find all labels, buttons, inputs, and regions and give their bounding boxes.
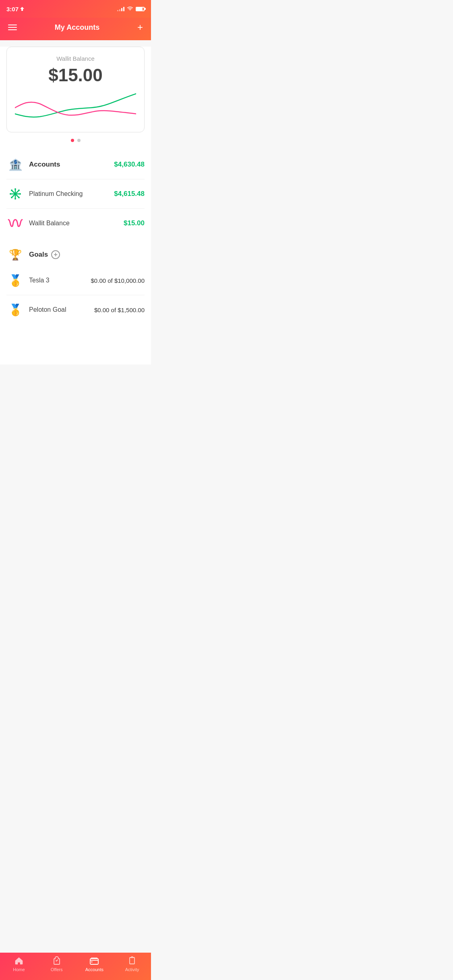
accounts-header-row[interactable]: 🏦 Accounts $4,630.48 xyxy=(6,150,145,179)
header: My Accounts + xyxy=(0,18,151,40)
goals-header: 🏆 Goals + xyxy=(0,238,151,266)
status-icons xyxy=(117,6,145,11)
dot-1[interactable] xyxy=(71,139,74,142)
time-display: 3:07 xyxy=(6,6,19,12)
svg-point-7 xyxy=(10,193,11,195)
balance-chart xyxy=(15,92,136,124)
bank-icon: 🏦 xyxy=(6,156,24,173)
wallit-balance-row[interactable]: Wallit Balance $15.00 xyxy=(6,209,145,238)
tesla-goal-amount: $0.00 of $10,000.00 xyxy=(91,277,145,284)
wallit-balance-amount: $15.00 xyxy=(124,219,145,227)
goals-section: 🥇 Tesla 3 $0.00 of $10,000.00 🥇 Peloton … xyxy=(0,266,151,324)
page-title: My Accounts xyxy=(55,23,99,32)
svg-point-8 xyxy=(19,193,21,195)
menu-button[interactable] xyxy=(8,25,17,30)
accounts-total-amount: $4,630.48 xyxy=(114,161,145,169)
peloton-medal-icon: 🥇 xyxy=(6,301,24,319)
location-icon xyxy=(20,7,24,11)
signal-icon xyxy=(117,6,124,11)
svg-point-11 xyxy=(18,189,20,191)
status-time: 3:07 xyxy=(6,6,24,12)
goals-title: Goals + xyxy=(29,250,60,259)
svg-point-10 xyxy=(18,197,20,198)
pagination-dots xyxy=(0,139,151,142)
balance-label: Wallit Balance xyxy=(15,55,136,62)
balance-amount: $15.00 xyxy=(15,65,136,85)
goals-label: Goals xyxy=(29,251,48,259)
tesla-medal-icon: 🥇 xyxy=(6,272,24,289)
wallit-logo-icon xyxy=(6,214,24,232)
trophy-icon: 🏆 xyxy=(6,246,24,264)
tesla-goal-row[interactable]: 🥇 Tesla 3 $0.00 of $10,000.00 xyxy=(6,266,145,295)
peloton-goal-row[interactable]: 🥇 Peloton Goal $0.00 of $1,500.00 xyxy=(6,295,145,324)
tesla-goal-label: Tesla 3 xyxy=(29,277,91,284)
accounts-section: 🏦 Accounts $4,630.48 xyxy=(0,150,151,238)
platinum-checking-row[interactable]: Platinum Checking $4,615.48 xyxy=(6,179,145,209)
svg-point-9 xyxy=(11,189,12,191)
battery-icon xyxy=(136,7,145,11)
platinum-checking-amount: $4,615.48 xyxy=(114,190,145,198)
wifi-icon xyxy=(127,6,133,11)
add-goal-button[interactable]: + xyxy=(51,250,60,259)
add-button[interactable]: + xyxy=(137,23,143,32)
accounts-label: Accounts xyxy=(29,161,114,169)
svg-point-12 xyxy=(11,197,12,198)
svg-marker-0 xyxy=(20,7,24,11)
peloton-goal-amount: $0.00 of $1,500.00 xyxy=(94,307,145,313)
main-content: Wallit Balance $15.00 🏦 Accounts $4,630.… xyxy=(0,47,151,364)
status-bar: 3:07 xyxy=(0,0,151,18)
platinum-checking-label: Platinum Checking xyxy=(29,190,114,198)
wallit-balance-label: Wallit Balance xyxy=(29,220,124,227)
svg-point-5 xyxy=(14,188,16,190)
balance-card: Wallit Balance $15.00 xyxy=(6,47,145,132)
dot-2[interactable] xyxy=(77,139,81,142)
svg-point-6 xyxy=(14,198,16,200)
peloton-goal-label: Peloton Goal xyxy=(29,306,94,313)
snowflake-icon xyxy=(6,185,24,203)
